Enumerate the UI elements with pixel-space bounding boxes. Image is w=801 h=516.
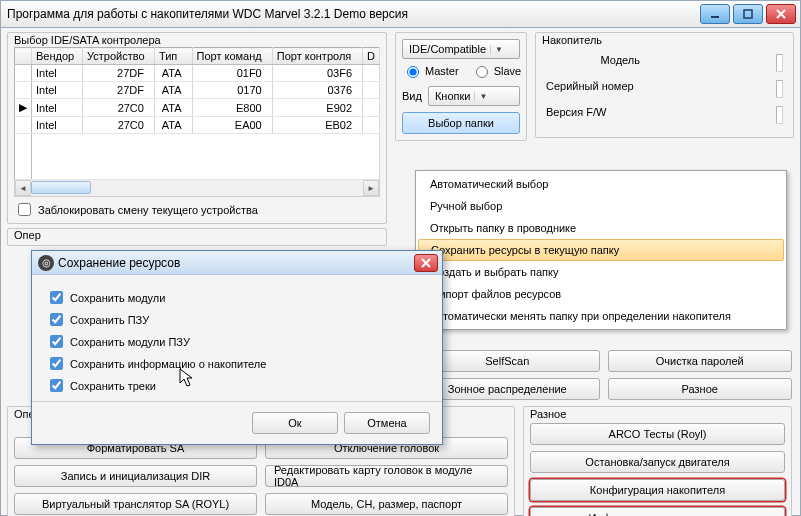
menu-create-select-folder[interactable]: Создать и выбрать папку — [416, 261, 786, 283]
chevron-down-icon: ▼ — [474, 92, 488, 101]
svg-rect-0 — [711, 16, 719, 18]
slave-radio[interactable]: Slave — [471, 63, 522, 78]
misc-button[interactable]: Разное — [608, 378, 793, 400]
edit-head-map-button[interactable]: Редактировать карту головок в модуле ID0… — [265, 465, 508, 487]
drive-icon: ◎ — [38, 255, 54, 271]
controller-table[interactable]: Вендор Устройство Тип Порт команд Порт к… — [14, 47, 380, 180]
ide-mode-select[interactable]: IDE/Compatible▼ — [402, 39, 520, 59]
menu-save-resources[interactable]: Сохранить ресурсы в текущую папку — [418, 239, 784, 261]
misc-group-title: Разное — [530, 408, 785, 420]
main-title: Программа для работы с накопителями WDC … — [7, 7, 700, 21]
write-init-dir-button[interactable]: Запись и инициализация DIR — [14, 465, 257, 487]
chevron-down-icon: ▼ — [490, 45, 504, 54]
menu-open-explorer[interactable]: Открыть папку в проводнике — [416, 217, 786, 239]
table-row[interactable]: Intel27DFATA01F003F6 — [15, 65, 380, 82]
firmware-label: Версия F/W — [545, 105, 607, 119]
master-radio[interactable]: Master — [402, 63, 459, 78]
save-drive-info-checkbox[interactable]: Сохранить информацию о накопителе — [46, 354, 428, 373]
table-row[interactable]: ▶Intel27C0ATAE800E902 — [15, 99, 380, 117]
minimize-button[interactable] — [700, 4, 730, 24]
scroll-left-icon[interactable]: ◄ — [15, 180, 31, 196]
maximize-button[interactable] — [733, 4, 763, 24]
drive-info-title: Накопитель — [542, 34, 787, 46]
col-cmdport[interactable]: Порт команд — [192, 48, 272, 65]
scroll-thumb[interactable] — [31, 181, 91, 194]
model-field[interactable] — [776, 54, 783, 72]
arco-tests-button[interactable]: ARCO Тесты (Royl) — [530, 423, 785, 445]
model-label: Модель — [545, 53, 641, 67]
main-titlebar: Программа для работы с накопителями WDC … — [0, 0, 801, 28]
col-type[interactable]: Тип — [154, 48, 192, 65]
lock-device-checkbox[interactable]: Заблокировать смену текущего устройства — [14, 200, 380, 219]
choose-folder-button[interactable]: Выбор папки — [402, 112, 520, 134]
serial-field[interactable] — [776, 80, 783, 98]
ok-button[interactable]: Ок — [252, 412, 338, 434]
window-controls — [700, 4, 796, 24]
mode-group: IDE/Compatible▼ Master Slave Вид Кнопки▼… — [395, 32, 527, 141]
virtual-translator-button[interactable]: Виртуальный транслятор SA (ROYL) — [14, 493, 257, 515]
cancel-button[interactable]: Отмена — [344, 412, 430, 434]
drive-info-button[interactable]: Информация о накопителе — [530, 507, 785, 516]
controller-group-title: Выбор IDE/SATA контролера — [14, 34, 380, 46]
controller-group: Выбор IDE/SATA контролера Вендор Устройс… — [7, 32, 387, 224]
scroll-right-icon[interactable]: ► — [363, 180, 379, 196]
dialog-close-button[interactable] — [414, 254, 438, 272]
model-ch-button[interactable]: Модель, CH, размер, паспорт — [265, 493, 508, 515]
close-button[interactable] — [766, 4, 796, 24]
save-tracks-checkbox[interactable]: Сохранить треки — [46, 376, 428, 395]
view-label: Вид — [402, 90, 422, 102]
menu-manual-select[interactable]: Ручной выбор — [416, 195, 786, 217]
save-rom-modules-checkbox[interactable]: Сохранить модули ПЗУ — [46, 332, 428, 351]
misc-group: Разное ARCO Тесты (Royl) Остановка/запус… — [523, 406, 792, 516]
col-ctrlport[interactable]: Порт контроля — [272, 48, 362, 65]
save-modules-checkbox[interactable]: Сохранить модули — [46, 288, 428, 307]
spindle-control-button[interactable]: Остановка/запуск двигателя — [530, 451, 785, 473]
col-device[interactable]: Устройство — [83, 48, 155, 65]
col-d[interactable]: D — [363, 48, 380, 65]
save-resources-dialog: ◎ Сохранение ресурсов Сохранить модули С… — [31, 250, 443, 445]
table-row[interactable]: Intel27C0ATAEA00EB02 — [15, 117, 380, 134]
menu-auto-change-folder[interactable]: Автоматически менять папку при определен… — [416, 305, 786, 327]
drive-info-group: Накопитель Модель Серийный номер Версия … — [535, 32, 794, 138]
svg-rect-1 — [744, 10, 752, 18]
drive-config-button[interactable]: Конфигурация накопителя — [530, 479, 785, 501]
menu-import-resources[interactable]: Импорт файлов ресурсов — [416, 283, 786, 305]
menu-auto-select[interactable]: Автоматический выбор — [416, 173, 786, 195]
serial-label: Серийный номер — [545, 79, 635, 93]
oper-group-top: Опер — [7, 228, 387, 246]
table-hscroll[interactable]: ◄ ► — [14, 180, 380, 197]
table-row[interactable]: Intel27DFATA01700376 — [15, 82, 380, 99]
folder-menu: Автоматический выбор Ручной выбор Открыт… — [415, 170, 787, 330]
clear-passwords-button[interactable]: Очистка паролей — [608, 350, 793, 372]
dialog-title: Сохранение ресурсов — [58, 256, 414, 270]
firmware-field[interactable] — [776, 106, 783, 124]
view-select[interactable]: Кнопки▼ — [428, 86, 520, 106]
col-vendor[interactable]: Вендор — [32, 48, 83, 65]
save-rom-checkbox[interactable]: Сохранить ПЗУ — [46, 310, 428, 329]
